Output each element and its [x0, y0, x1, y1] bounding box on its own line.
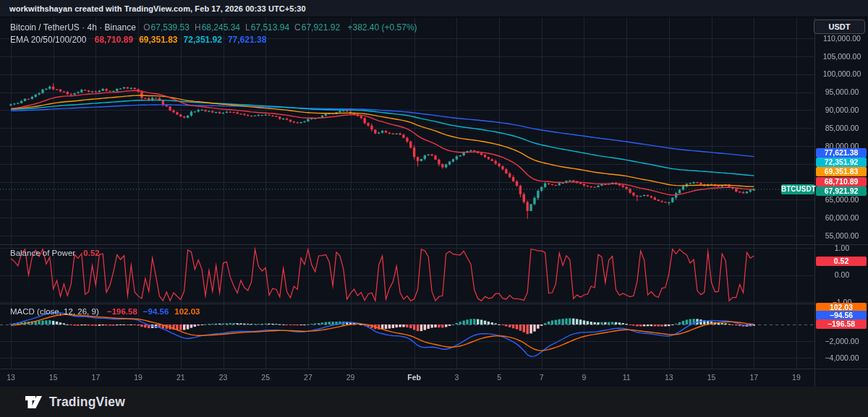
scale-tick-label: 90,000.00: [815, 106, 868, 114]
ema-price-badge: 72,351.92: [816, 158, 867, 167]
time-tick-label: 11: [623, 369, 631, 387]
attribution-text: workwithshayan created with TradingView.…: [9, 4, 306, 13]
scale-tick-label: −2,000.00: [815, 337, 868, 345]
macd-value: −94.56: [143, 307, 169, 316]
ema-values: 68,710.8969,351.8372,351.9277,621.38: [89, 35, 267, 45]
macd-value: −196.58: [107, 307, 137, 316]
scale-tick-label: 100,000.00: [815, 69, 868, 78]
time-tick-label: 25: [261, 369, 270, 387]
time-tick-label: 19: [792, 369, 801, 387]
scale-tick-label: 105,000.00: [815, 52, 868, 61]
time-tick-label: 9: [582, 369, 587, 387]
time-tick-label: 19: [134, 369, 142, 387]
time-tick-label: 15: [707, 369, 716, 387]
time-tick-label: 27: [304, 369, 312, 387]
time-tick-label: 15: [49, 369, 58, 387]
macd-value: 102.03: [174, 307, 200, 316]
scale-tick-label: 55,000.00: [815, 231, 868, 240]
time-tick-label: 17: [92, 369, 101, 387]
macd-values: −196.58−94.56102.03: [101, 307, 200, 316]
price-line-symbol-badge: BTCUSDT: [781, 184, 814, 194]
chart-area[interactable]: Bitcoin / TetherUS · 4h · Binance O67,53…: [0, 17, 868, 387]
bottom-brand-bar: TradingView: [0, 387, 868, 417]
time-tick-label: 7: [540, 369, 544, 387]
ema-price-badge: 77,621.38: [816, 148, 867, 158]
ohlc-value: 68,245.34: [202, 22, 240, 33]
ema-value: 72,351.92: [184, 35, 222, 45]
time-tick-label: 17: [749, 369, 758, 387]
bop-value-badge: 0.52: [816, 257, 867, 266]
scale-tick-label: 95,000.00: [815, 87, 868, 96]
ema-value: 68,710.89: [95, 35, 133, 45]
bop-value: 0.52: [83, 249, 99, 257]
time-tick-label: 13: [7, 369, 15, 387]
bop-indicator-label[interactable]: Balance of Power: [10, 249, 75, 257]
ohlc-value: 67,921.92: [302, 22, 340, 33]
time-axis[interactable]: 131517192123252729Feb35791113151719: [0, 369, 814, 387]
price-scale[interactable]: 110,000.00105,000.00100,000.0095,000.009…: [814, 17, 868, 387]
time-tick-label: 5: [497, 369, 501, 387]
price-chart-canvas[interactable]: [0, 17, 868, 387]
attribution-bar: workwithshayan created with TradingView.…: [0, 0, 868, 17]
change-value: +382.40 (+0.57%): [348, 22, 417, 33]
time-tick-label: 29: [346, 369, 355, 387]
ohlc-values: O67,539.53H68,245.34L67,513.94C67,921.92: [138, 22, 340, 33]
time-tick-label: 23: [219, 369, 228, 387]
time-tick-label: 3: [454, 369, 459, 387]
scale-tick-label: 1.00: [815, 244, 868, 252]
ema-price-badge: 68,710.89: [816, 177, 867, 186]
ema-value: 77,621.38: [228, 35, 266, 45]
time-tick-label: Feb: [407, 369, 421, 387]
ema-value: 69,351.83: [139, 35, 177, 45]
bop-pane-label-row: Balance of Power 0.52: [10, 249, 100, 257]
ohlc-key: L: [245, 22, 250, 33]
symbol-legend-row: Bitcoin / TetherUS · 4h · Binance O67,53…: [10, 22, 417, 34]
symbol-title[interactable]: Bitcoin / TetherUS · 4h · Binance: [10, 22, 136, 33]
macd-indicator-label[interactable]: MACD (close, 12, 26, 9): [10, 307, 99, 316]
ema-indicator-label[interactable]: EMA 20/50/100/200: [10, 35, 86, 45]
chart-legend: Bitcoin / TetherUS · 4h · Binance O67,53…: [10, 22, 417, 46]
ema-price-badge: 69,351.83: [816, 167, 867, 176]
scale-tick-label: 85,000.00: [815, 124, 868, 132]
scale-tick-label: 110,000.00: [815, 34, 868, 43]
scale-tick-label: 0.00: [815, 270, 868, 279]
macd-value-badge: −196.58: [816, 319, 867, 329]
currency-toggle-button[interactable]: USDT: [814, 20, 865, 34]
ohlc-key: C: [294, 22, 301, 33]
scale-tick-label: 60,000.00: [815, 213, 868, 222]
time-tick-label: 13: [665, 369, 673, 387]
ohlc-value: 67,513.94: [251, 22, 289, 33]
tradingview-logo-icon[interactable]: [25, 393, 43, 411]
ohlc-key: H: [195, 22, 201, 33]
macd-pane-label-row: MACD (close, 12, 26, 9) −196.58−94.56102…: [10, 307, 200, 316]
time-tick-label: 21: [176, 369, 185, 387]
ohlc-value: 67,539.53: [151, 22, 190, 33]
tradingview-brand-text[interactable]: TradingView: [49, 395, 125, 410]
ohlc-key: O: [143, 22, 150, 33]
scale-tick-label: −4,000.00: [815, 353, 868, 362]
scale-tick-label: 65,000.00: [815, 195, 868, 204]
last-price-badge: 67,921.92: [816, 186, 867, 196]
ema-legend-row: EMA 20/50/100/200 68,710.8969,351.8372,3…: [10, 34, 417, 46]
